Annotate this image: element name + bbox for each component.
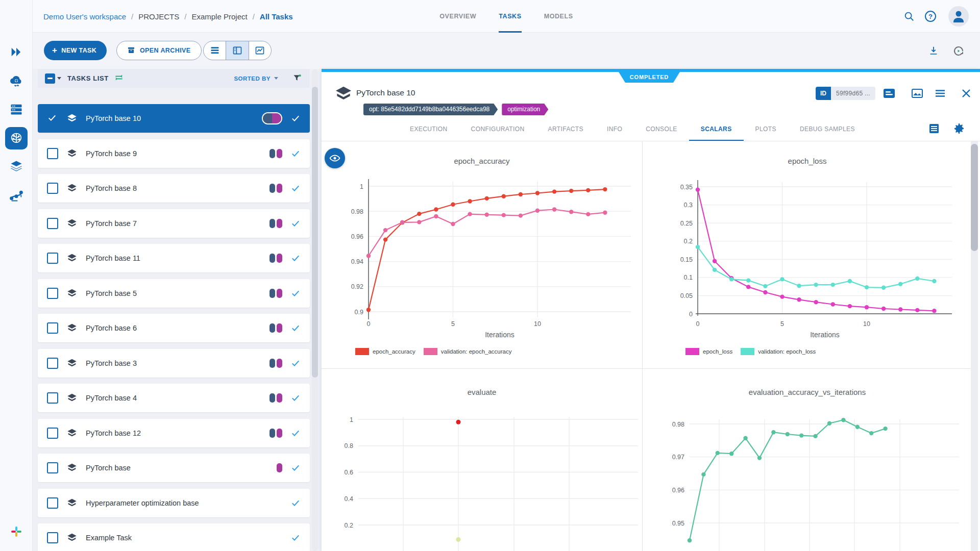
task-row[interactable]: PyTorch base 9 [38,139,310,168]
task-id-badge[interactable]: ID 59f99d65 ... [816,87,875,100]
cloud-autoscaler-icon[interactable] [9,73,23,87]
detail-tab-scalars[interactable]: SCALARS [689,117,744,141]
task-checkbox[interactable] [47,322,58,334]
task-details-card-icon[interactable] [883,87,896,100]
sorted-by-dropdown[interactable]: SORTED BY [234,76,278,82]
list-scrollbar-thumb[interactable] [312,87,318,378]
task-row[interactable]: PyTorch base 10 [38,104,310,133]
table-view-button[interactable] [204,41,226,60]
projects-brain-icon-active[interactable] [5,127,28,149]
chart-epoch-accuracy[interactable]: epoch_accuracy 0.90.920.940.960.9810510I… [322,141,642,368]
chart-evaluate[interactable]: evaluate 10.80.60.40.2 [322,368,642,551]
detail-tab-plots[interactable]: PLOTS [744,117,788,141]
task-type-icon [66,148,78,159]
task-row[interactable]: PyTorch base 5 [38,279,310,308]
svg-text:1: 1 [360,183,363,190]
task-tag[interactable]: opt: 85e5482ddd7149b8ba0446356eedca98 [363,104,498,115]
menu-icon[interactable] [934,87,947,100]
task-type-icon [66,322,78,334]
model-pill-input [270,289,275,298]
chart-legend: epoch_accuracyvalidation: epoch_accuracy [355,348,511,355]
legend-item[interactable]: validation: epoch_loss [741,348,816,355]
legend-label: validation: epoch_loss [758,348,816,355]
svg-text:0.2: 0.2 [684,238,693,245]
task-checkbox[interactable] [47,113,58,124]
legend-item[interactable]: epoch_loss [685,348,732,355]
svg-text:Iterations: Iterations [485,331,514,339]
chart-view-button[interactable] [249,41,271,60]
main-tab-models[interactable]: MODELS [544,0,573,33]
expand-sidebar-icon[interactable] [9,45,23,59]
task-row[interactable]: PyTorch base [38,454,310,482]
auto-refresh-icon[interactable] [952,45,965,59]
main-tab-tasks[interactable]: TASKS [499,0,521,33]
task-checkbox[interactable] [47,532,58,543]
task-type-icon [66,358,78,369]
detail-scrollbar-thumb[interactable] [971,144,978,251]
filter-icon[interactable] [292,73,303,84]
svg-text:0.2: 0.2 [345,522,353,529]
task-row[interactable]: PyTorch base 12 [38,419,310,447]
close-icon[interactable] [960,87,973,100]
task-type-icon [66,392,78,404]
metrics-table-icon[interactable] [928,122,940,135]
detail-tab-configuration[interactable]: CONFIGURATION [459,117,536,141]
help-icon[interactable]: ? [924,0,937,33]
open-archive-button[interactable]: OPEN ARCHIVE [116,41,202,60]
column-settings-icon[interactable] [114,72,124,85]
model-pills [270,219,282,228]
legend-item[interactable]: epoch_accuracy [355,348,415,355]
task-checkbox[interactable] [47,288,58,299]
detail-tab-artifacts[interactable]: ARTIFACTS [536,117,595,141]
chart-epoch-loss[interactable]: epoch_loss 00.050.10.150.20.250.30.35051… [643,141,972,368]
workflow-pipeline-icon[interactable] [9,188,23,203]
detail-tab-debug-samples[interactable]: DEBUG SAMPLES [788,117,867,141]
task-checkbox[interactable] [47,218,58,229]
task-tag[interactable]: optimization [502,104,548,115]
new-task-button[interactable]: + NEW TASK [44,41,107,60]
detail-tab-info[interactable]: INFO [595,117,634,141]
model-pill-input [270,359,275,368]
preview-image-icon[interactable] [911,87,924,100]
legend-swatch [741,348,754,355]
legend-item[interactable]: validation: epoch_accuracy [424,348,512,355]
task-checkbox[interactable] [47,462,58,473]
main-tab-overview[interactable]: OVERVIEW [439,0,476,33]
detail-tab-console[interactable]: CONSOLE [634,117,689,141]
task-row[interactable]: PyTorch base 8 [38,174,310,203]
task-checkbox[interactable] [47,497,58,509]
status-check-icon [290,393,301,403]
task-checkbox[interactable] [47,392,58,404]
settings-gear-icon[interactable] [953,122,965,135]
task-checkbox[interactable] [47,428,58,439]
task-row[interactable]: Example Task [38,523,310,551]
select-dropdown-caret[interactable] [57,77,61,80]
task-row[interactable]: PyTorch base 7 [38,209,310,238]
task-checkbox[interactable] [47,358,58,369]
task-row[interactable]: PyTorch base 4 [38,384,310,412]
task-row[interactable]: PyTorch base 11 [38,244,310,272]
chart-evaluation-accuracy[interactable]: evaluation_accuracy_vs_iterations 0.980.… [643,368,972,551]
detail-tab-execution[interactable]: EXECUTION [398,117,459,141]
model-pill-output [277,149,282,158]
task-checkbox[interactable] [47,253,58,264]
search-icon[interactable] [903,0,915,33]
task-checkbox[interactable] [47,183,58,194]
model-pills [270,393,282,403]
task-checkbox[interactable] [47,148,58,159]
model-pills [270,184,282,193]
split-view-button-active[interactable] [226,41,248,60]
download-icon[interactable] [928,45,939,58]
datasets-server-icon[interactable] [9,102,23,116]
tasks-list-panel: TASKS LIST SORTED BY PyTorch base 10PyTo… [33,69,322,551]
slack-icon[interactable] [10,525,22,538]
task-rows: PyTorch base 10PyTorch base 9PyTorch bas… [33,104,322,551]
task-row[interactable]: PyTorch base 6 [38,314,310,342]
avatar[interactable] [948,0,969,33]
select-all-checkbox[interactable] [45,73,55,84]
task-row[interactable]: PyTorch base 3 [38,349,310,378]
pipelines-layers-icon[interactable] [9,159,23,173]
legend-label: epoch_loss [703,348,732,355]
task-row[interactable]: Hyperparameter optimization base [38,489,310,517]
task-type-icon [66,462,78,473]
